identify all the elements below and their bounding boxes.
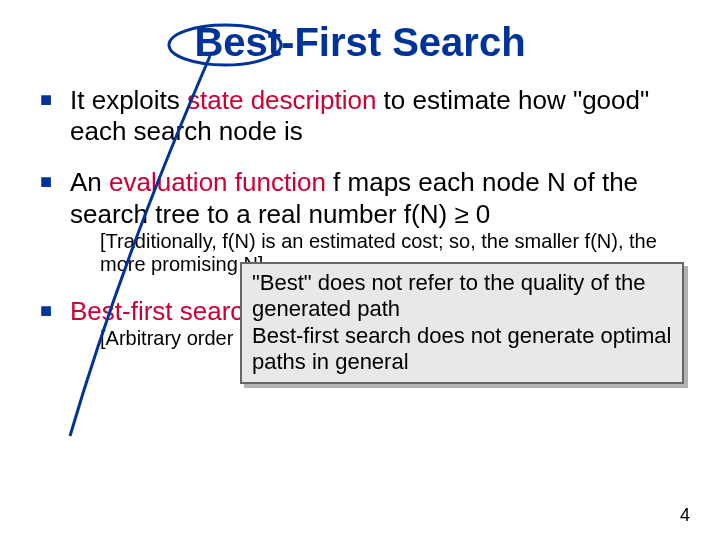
bullet-1: It exploits state description to estimat…: [40, 85, 680, 147]
callout-line-1: "Best" does not refer to the quality of …: [252, 270, 672, 323]
bullet-2: An evaluation function f maps each node …: [40, 167, 680, 275]
callout-box: "Best" does not refer to the quality of …: [240, 262, 684, 384]
bullet-1-em: state description: [187, 85, 376, 115]
bullet-2-em: evaluation function: [109, 167, 326, 197]
callout-line-2: Best-first search does not generate opti…: [252, 323, 672, 376]
bullet-2-pre: An: [70, 167, 109, 197]
page-number: 4: [680, 505, 690, 526]
slide-title: Best-First Search: [40, 20, 680, 65]
bullet-1-pre: It exploits: [70, 85, 187, 115]
bullet-3-em: Best-first search: [70, 296, 258, 326]
